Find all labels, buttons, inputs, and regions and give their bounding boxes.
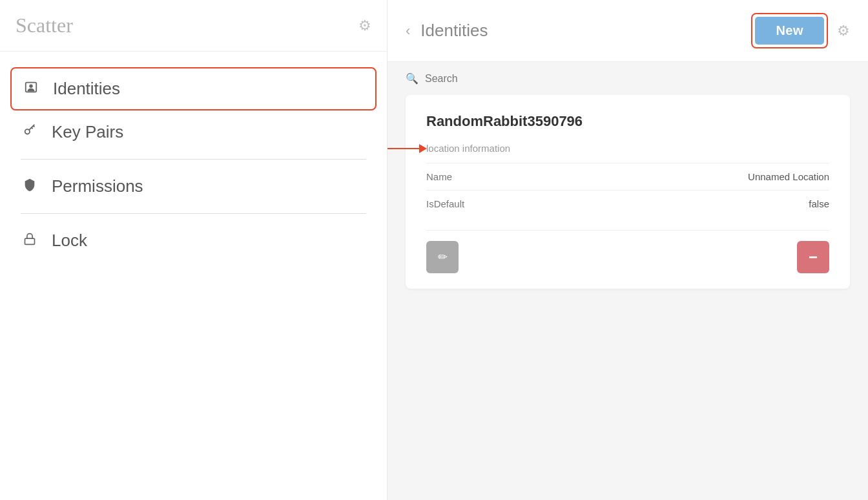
info-value-isdefault: false xyxy=(809,198,829,209)
delete-icon: − xyxy=(809,249,818,265)
info-row-isdefault: IsDefault false xyxy=(426,190,829,217)
back-button[interactable]: ‹ xyxy=(406,23,410,39)
identities-label: Identities xyxy=(53,79,120,99)
divider-2 xyxy=(21,213,366,214)
app-logo: Scatter xyxy=(16,14,73,37)
sidebar-header: Scatter ⚙ xyxy=(0,0,387,52)
arrow-line xyxy=(388,148,420,149)
info-key-name: Name xyxy=(426,171,452,182)
sidebar-item-identities[interactable]: Identities xyxy=(10,67,377,110)
new-button[interactable]: New xyxy=(755,17,824,45)
arrow-head xyxy=(419,144,427,153)
sidebar-gear-icon[interactable]: ⚙ xyxy=(358,17,371,34)
new-button-wrapper: New xyxy=(751,13,828,48)
divider-1 xyxy=(21,159,366,160)
search-input[interactable] xyxy=(425,73,619,85)
sidebar-nav: Identities Key Pairs Permission xyxy=(0,52,387,500)
keypairs-icon xyxy=(21,123,39,141)
svg-rect-6 xyxy=(25,238,35,244)
identities-icon xyxy=(22,80,40,98)
arrow-indicator xyxy=(388,144,427,153)
edit-icon: ✏ xyxy=(438,250,448,264)
delete-button[interactable]: − xyxy=(797,241,829,273)
sidebar: Scatter ⚙ Identities xyxy=(0,0,388,500)
lock-icon xyxy=(21,232,39,249)
svg-line-4 xyxy=(34,126,35,127)
panel-header-right: New ⚙ xyxy=(751,13,850,48)
section-label: location information xyxy=(426,143,829,154)
panel-title: Identities xyxy=(420,21,488,41)
permissions-icon xyxy=(21,178,39,195)
panel-gear-icon[interactable]: ⚙ xyxy=(837,23,850,39)
info-key-isdefault: IsDefault xyxy=(426,198,464,209)
lock-label: Lock xyxy=(52,231,87,251)
cards-area: RandomRabbit3590796 location information… xyxy=(388,95,868,500)
sidebar-item-permissions[interactable]: Permissions xyxy=(0,165,387,208)
svg-point-1 xyxy=(29,84,33,88)
svg-point-2 xyxy=(25,129,30,134)
edit-button[interactable]: ✏ xyxy=(426,241,459,273)
card-actions: ✏ − xyxy=(426,230,829,273)
info-row-name: Name Unnamed Location xyxy=(426,163,829,190)
identity-name: RandomRabbit3590796 xyxy=(426,113,829,130)
panel-header: ‹ Identities New ⚙ xyxy=(388,0,868,62)
search-bar: 🔍 xyxy=(388,62,868,95)
identity-card: RandomRabbit3590796 location information… xyxy=(406,95,850,289)
keypairs-label: Key Pairs xyxy=(52,122,123,142)
sidebar-item-keypairs[interactable]: Key Pairs xyxy=(0,110,387,154)
info-value-name: Unnamed Location xyxy=(748,171,829,182)
sidebar-item-lock[interactable]: Lock xyxy=(0,219,387,262)
main-panel: ‹ Identities New ⚙ 🔍 RandomRabbit3590796 xyxy=(388,0,868,500)
permissions-label: Permissions xyxy=(52,176,143,196)
svg-line-5 xyxy=(32,127,33,129)
panel-header-left: ‹ Identities xyxy=(406,21,488,41)
search-input-wrapper: 🔍 xyxy=(406,72,850,85)
search-icon: 🔍 xyxy=(406,72,418,85)
